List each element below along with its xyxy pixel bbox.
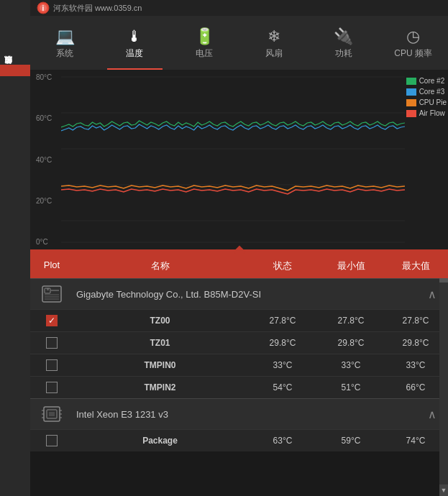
row-tz00-name: TZ00	[73, 316, 247, 326]
cpu-freq-tab-icon: ◷	[406, 29, 420, 45]
chart-svg-area	[61, 70, 405, 249]
gigabyte-icon	[30, 285, 73, 303]
row-tmpin0-plot[interactable]	[30, 359, 73, 371]
legend-core2-label: Core #2	[419, 77, 445, 85]
svg-rect-18	[49, 412, 55, 416]
row-tmpin0-max: 33°C	[383, 360, 448, 370]
col-min: 最小值	[319, 258, 383, 274]
row-package-name: Package	[73, 436, 247, 446]
legend-core3-color	[406, 88, 416, 96]
system-tab-icon: 💻	[55, 29, 75, 45]
col-name: 名称	[73, 258, 247, 274]
row-tmpin0-name: TMPIN0	[73, 360, 247, 370]
svg-text:i: i	[42, 4, 45, 12]
fan-tab-icon: ❄	[268, 29, 280, 45]
tab-power[interactable]: 🔌 功耗	[308, 16, 378, 70]
power-tab-icon: 🔌	[334, 29, 353, 45]
voltage-tab-label: 电压	[196, 47, 213, 60]
legend-core3: Core #3	[406, 88, 447, 96]
chart-legend: Core #2 Core #3 CPU Pie Air Flow	[406, 77, 447, 117]
chart-svg	[61, 70, 405, 249]
col-plot: Plot	[30, 258, 73, 274]
row-tz00-plot[interactable]: ✓	[30, 315, 73, 326]
row-tmpin2-plot[interactable]	[30, 382, 73, 393]
legend-cpu-pie-label: CPU Pie	[419, 98, 447, 106]
row-tmpin0-min: 33°C	[319, 360, 383, 370]
row-package-plot[interactable]	[30, 435, 73, 446]
legend-air-flow-label: Air Flow	[419, 109, 445, 117]
checkbox-tz00[interactable]: ✓	[46, 315, 58, 326]
app-logo-icon: i	[36, 1, 50, 14]
row-tz01-plot[interactable]	[30, 337, 73, 349]
checkbox-package[interactable]	[46, 435, 58, 446]
row-tmpin2-min: 51°C	[319, 382, 383, 392]
row-package-min: 59°C	[319, 436, 383, 446]
fan-tab-label: 风扇	[265, 47, 283, 60]
watermark-label: 组数和系统值组	[0, 65, 30, 76]
table-row-tmpin2: TMPIN2 54°C 51°C 66°C	[30, 376, 448, 398]
row-tmpin2-name: TMPIN2	[73, 382, 247, 392]
table-row-tmpin0: TMPIN0 33°C 33°C 33°C	[30, 354, 448, 376]
scroll-down-icon: ▼	[441, 487, 447, 494]
row-tz01-status: 29.8°C	[247, 338, 319, 348]
top-logo-bar: i 河东软件园 www.0359.cn	[30, 0, 448, 16]
left-sidebar: 组数和系统值组	[0, 0, 30, 496]
nav-tabs-bar: 💻 系统 🌡 温度 🔋 电压 ❄ 风扇 🔌 功耗 ◷ CPU 频率	[30, 16, 448, 70]
y-label-60: 60°C	[36, 114, 61, 122]
legend-air-flow-color	[406, 110, 416, 117]
y-label-40: 40°C	[36, 156, 61, 164]
voltage-tab-icon: 🔋	[195, 29, 214, 45]
row-tz01-min: 29.8°C	[319, 338, 383, 348]
scrollbar-down-arrow[interactable]: ▼	[439, 484, 448, 496]
table-row-package: Package 63°C 59°C 74°C	[30, 429, 448, 451]
intel-icon	[30, 405, 73, 423]
row-tmpin0-status: 33°C	[247, 360, 319, 370]
legend-core2: Core #2	[406, 77, 447, 85]
tab-voltage[interactable]: 🔋 电压	[170, 16, 239, 70]
system-tab-label: 系统	[56, 47, 73, 60]
col-status: 状态	[247, 258, 319, 274]
row-package-status: 63°C	[247, 436, 319, 446]
legend-cpu-pie: CPU Pie	[406, 98, 447, 106]
y-label-0: 0°C	[36, 238, 61, 246]
checkbox-tmpin0[interactable]	[46, 359, 58, 371]
row-tz00-min: 27.8°C	[319, 316, 383, 326]
temperature-chart: 80°C 60°C 40°C 20°C 0°C Core #	[30, 70, 448, 249]
legend-cpu-pie-color	[406, 99, 416, 106]
tab-system[interactable]: 💻 系统	[30, 16, 100, 70]
data-table-container[interactable]: Plot 名称 状态 最小值 最大值 Gigabyte Technology C…	[30, 254, 448, 496]
col-max: 最大值	[383, 258, 448, 274]
temperature-tab-icon: 🌡	[127, 29, 142, 45]
row-package-max: 74°C	[383, 436, 448, 446]
row-tmpin2-status: 54°C	[247, 382, 319, 392]
tab-fan[interactable]: ❄ 风扇	[239, 16, 308, 70]
row-tmpin2-max: 66°C	[383, 382, 448, 392]
legend-core3-label: Core #3	[419, 88, 445, 96]
checkbox-tmpin2[interactable]	[46, 382, 58, 393]
legend-core2-color	[406, 78, 416, 85]
legend-air-flow: Air Flow	[406, 109, 447, 117]
intel-group-name: Intel Xeon E3 1231 v3	[73, 409, 428, 420]
table-row-tz01: TZ01 29.8°C 29.8°C 29.8°C	[30, 331, 448, 354]
y-label-80: 80°C	[36, 73, 61, 81]
group-gigabyte-header[interactable]: Gigabyte Technology Co., Ltd. B85M-D2V-S…	[30, 278, 448, 309]
temperature-tab-label: 温度	[126, 47, 143, 60]
app-title: 河东软件园 www.0359.cn	[53, 3, 142, 14]
scrollbar-track: ▲ ▼	[439, 254, 448, 496]
group-intel-header[interactable]: Intel Xeon E3 1231 v3 ∧	[30, 398, 448, 429]
svg-rect-11	[47, 288, 49, 290]
row-tz01-max: 29.8°C	[383, 338, 448, 348]
table-header: Plot 名称 状态 最小值 最大值	[30, 254, 448, 278]
row-tz01-name: TZ01	[73, 338, 247, 348]
tab-temperature[interactable]: 🌡 温度	[100, 16, 170, 70]
chart-y-axis: 80°C 60°C 40°C 20°C 0°C	[36, 70, 61, 249]
cpu-freq-tab-label: CPU 频率	[394, 47, 432, 60]
y-label-20: 20°C	[36, 197, 61, 205]
power-tab-label: 功耗	[335, 47, 352, 60]
table-row-tz00: ✓ TZ00 27.8°C 27.8°C 27.8°C	[30, 309, 448, 331]
row-tz00-status: 27.8°C	[247, 316, 319, 326]
tab-cpu-freq[interactable]: ◷ CPU 频率	[378, 16, 448, 70]
row-tz00-max: 27.8°C	[383, 316, 448, 326]
checkbox-tz01[interactable]	[46, 337, 58, 349]
gigabyte-group-name: Gigabyte Technology Co., Ltd. B85M-D2V-S…	[73, 289, 428, 300]
